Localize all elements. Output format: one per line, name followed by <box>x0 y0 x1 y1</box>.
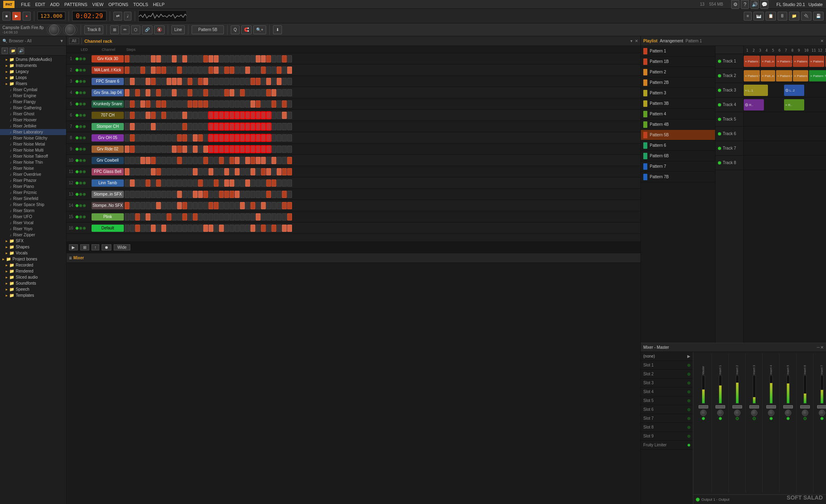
pattern-cell[interactable] <box>245 179 250 187</box>
channel-row-5[interactable]: 5 Krunkedy Snare <box>67 98 640 110</box>
pattern-cell[interactable] <box>209 191 213 198</box>
pattern-cell[interactable] <box>266 213 271 221</box>
pattern-cell[interactable] <box>172 123 177 130</box>
pattern-cell[interactable] <box>151 191 156 198</box>
pattern-cell[interactable] <box>271 179 276 187</box>
pattern-cell[interactable] <box>235 67 240 74</box>
pattern-cell[interactable] <box>161 225 166 232</box>
pattern-cell[interactable] <box>224 55 229 62</box>
pattern-cell[interactable] <box>182 146 187 153</box>
pattern-cell[interactable] <box>198 157 203 164</box>
sidebar-item-1[interactable]: ▸ 📁 Instruments <box>0 62 66 69</box>
pattern-cell[interactable] <box>219 213 224 221</box>
pattern-block-3-0[interactable]: ⑬ R.. <box>744 99 764 110</box>
pattern-cell[interactable] <box>161 146 166 153</box>
pattern-cell[interactable] <box>271 78 276 85</box>
pattern-cell[interactable] <box>256 55 261 62</box>
pattern-cell[interactable] <box>198 146 203 153</box>
pattern-dropdown[interactable]: Pattern 5B <box>192 25 224 34</box>
pattern-cell[interactable] <box>245 157 250 164</box>
ch-led-green[interactable] <box>75 181 79 185</box>
channel-row-11[interactable]: 11 FPC Glass Bell <box>67 166 640 177</box>
pattern-cell[interactable] <box>188 55 192 62</box>
channel-rack-button[interactable]: 🎚 <box>778 12 787 21</box>
sidebar-item-0[interactable]: ▸ 📁 Drums (ModeAudio) <box>0 56 66 62</box>
slot-led-9[interactable] <box>687 444 690 447</box>
pattern-cell[interactable] <box>224 89 229 96</box>
ch-name-13[interactable]: Stompe..in SFX <box>92 191 124 198</box>
pattern-cell[interactable] <box>140 134 145 142</box>
pattern-cell[interactable] <box>177 202 182 209</box>
pattern-cell[interactable] <box>182 123 187 130</box>
pattern-cell[interactable] <box>140 100 145 108</box>
pattern-item-2[interactable]: Pattern 2 <box>641 67 715 77</box>
pattern-item-0[interactable]: Pattern 1 <box>641 46 715 56</box>
pattern-cell[interactable] <box>256 213 261 221</box>
pattern-cell[interactable] <box>146 213 150 221</box>
pattern-cell[interactable] <box>188 89 192 96</box>
pattern-cell[interactable] <box>182 157 187 164</box>
pattern-cell[interactable] <box>245 213 250 221</box>
pattern-cell[interactable] <box>130 168 135 175</box>
pattern-cell[interactable] <box>188 134 192 142</box>
pattern-cell[interactable] <box>177 78 182 85</box>
pattern-cell[interactable] <box>266 112 271 119</box>
pattern-cell[interactable] <box>277 213 282 221</box>
sidebar-item-22[interactable]: ♪ Riser Prizmic <box>0 190 66 196</box>
pattern-cell[interactable] <box>198 225 203 232</box>
pattern-cell[interactable] <box>172 100 177 108</box>
ch-led-mute[interactable] <box>83 170 86 173</box>
magnet-btn[interactable]: 🧲 <box>241 25 252 34</box>
pattern-cell[interactable] <box>214 191 219 198</box>
pattern-cell[interactable] <box>140 179 145 187</box>
loop-button[interactable]: ⇄ <box>113 12 122 21</box>
mixer-button[interactable]: ≡ <box>744 12 752 21</box>
pattern-cell[interactable] <box>140 89 145 96</box>
mute-btn[interactable]: 🔇 <box>154 25 165 34</box>
fader-3[interactable] <box>749 405 759 408</box>
pattern-cell[interactable] <box>203 55 208 62</box>
slot-led-2[interactable] <box>687 381 690 385</box>
pattern-item-8[interactable]: Pattern 5B <box>641 130 715 140</box>
pattern-cell[interactable] <box>125 168 129 175</box>
pattern-cell[interactable] <box>271 191 276 198</box>
add-icon-btn[interactable]: + <box>2 48 8 54</box>
ch-led-yellow[interactable] <box>79 102 82 106</box>
pattern-cell[interactable] <box>219 78 224 85</box>
pattern-cell[interactable] <box>193 213 198 221</box>
pattern-cell[interactable] <box>224 225 229 232</box>
sidebar-item-4[interactable]: ▸ 📁 Risers <box>0 81 66 87</box>
pattern-cell[interactable] <box>172 134 177 142</box>
sidebar-item-14[interactable]: ♪ Riser Noise Metal <box>0 141 66 147</box>
pattern-block-1-2[interactable]: × Pattern 6 <box>776 70 792 81</box>
pattern-cell[interactable] <box>156 157 161 164</box>
pattern-item-10[interactable]: Pattern 6B <box>641 151 715 161</box>
bpm-display[interactable]: 123.000 <box>38 12 65 20</box>
ch-led-yellow[interactable] <box>79 148 82 151</box>
sidebar-item-7[interactable]: ♪ Riser Flangy <box>0 99 66 105</box>
pattern-cell[interactable] <box>245 146 250 153</box>
pattern-block-1-1[interactable]: × Patt..n 5B <box>761 70 775 81</box>
pattern-cell[interactable] <box>224 134 229 142</box>
pattern-cell[interactable] <box>172 202 177 209</box>
pattern-cell[interactable] <box>282 55 287 62</box>
pattern-cell[interactable] <box>261 112 266 119</box>
pattern-cell[interactable] <box>256 123 261 130</box>
sidebar-item-24[interactable]: ♪ Riser Space Ship <box>0 202 66 208</box>
pattern-cell[interactable] <box>261 157 266 164</box>
ch-led-yellow[interactable] <box>79 80 82 83</box>
ch-led-green[interactable] <box>75 80 79 83</box>
pattern-cell[interactable] <box>203 157 208 164</box>
line-btn[interactable]: Line <box>171 25 185 34</box>
browser-button[interactable]: 📁 <box>789 12 799 21</box>
pattern-cell[interactable] <box>135 55 140 62</box>
pattern-cell[interactable] <box>214 67 219 74</box>
pattern-cell[interactable] <box>135 157 140 164</box>
pattern-cell[interactable] <box>282 191 287 198</box>
pattern-cell[interactable] <box>167 191 171 198</box>
pattern-cell[interactable] <box>156 78 161 85</box>
ch-led-mute[interactable] <box>83 69 86 72</box>
pattern-cell[interactable] <box>167 168 171 175</box>
ch-led-mute[interactable] <box>83 159 86 162</box>
pattern-cell[interactable] <box>177 112 182 119</box>
